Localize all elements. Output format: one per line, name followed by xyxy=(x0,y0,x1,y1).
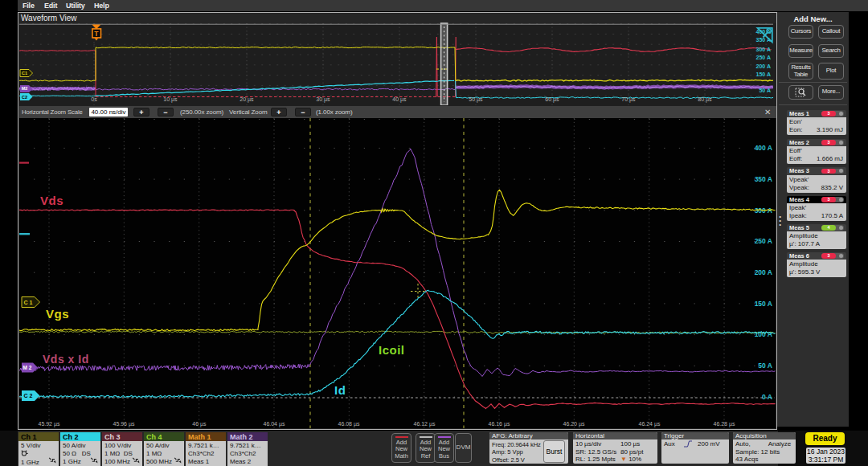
svg-text:46.16 µs: 46.16 µs xyxy=(489,421,510,427)
svg-text:46.24 µs: 46.24 µs xyxy=(639,421,661,427)
svg-text:C 1: C 1 xyxy=(24,300,33,305)
svg-text:46.20 µs: 46.20 µs xyxy=(563,421,585,427)
svg-text:Vds: Vds xyxy=(40,194,63,207)
svg-text:46.28 µs: 46.28 µs xyxy=(714,421,735,427)
svg-text:100 A: 100 A xyxy=(755,330,772,338)
svg-text:50 A: 50 A xyxy=(758,362,772,370)
svg-text:46 µs: 46 µs xyxy=(192,421,207,427)
svg-text:46.08 µs: 46.08 µs xyxy=(338,421,360,427)
svg-text:Vds x Id: Vds x Id xyxy=(43,353,89,366)
svg-text:400 A: 400 A xyxy=(755,144,772,152)
svg-text:200 A: 200 A xyxy=(755,268,772,276)
svg-text:0 A: 0 A xyxy=(762,393,772,401)
svg-text:250 A: 250 A xyxy=(755,237,772,245)
svg-text:Icoil: Icoil xyxy=(379,343,405,357)
svg-text:Vgs: Vgs xyxy=(46,307,69,321)
svg-text:46.12 µs: 46.12 µs xyxy=(414,421,436,427)
svg-text:C 2: C 2 xyxy=(24,393,33,399)
svg-text:150 A: 150 A xyxy=(755,300,772,308)
svg-text:Id: Id xyxy=(334,383,346,397)
svg-text:350 A: 350 A xyxy=(755,175,772,183)
svg-text:45.92 µs: 45.92 µs xyxy=(39,421,60,427)
svg-text:45.96 µs: 45.96 µs xyxy=(113,421,135,427)
svg-text:46.04 µs: 46.04 µs xyxy=(264,421,285,427)
svg-text:M 2: M 2 xyxy=(23,365,32,370)
